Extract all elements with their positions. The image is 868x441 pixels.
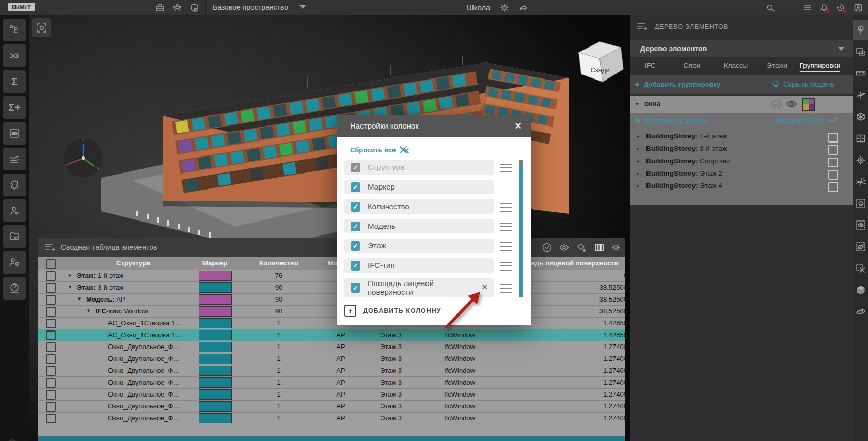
row-checkbox[interactable] xyxy=(46,414,56,423)
tab-groupings[interactable]: Группировки xyxy=(800,61,840,72)
expand-icon[interactable]: ▾ xyxy=(78,295,81,302)
2d-view-icon[interactable]: 2D xyxy=(3,122,26,145)
clip-plane-icon[interactable] xyxy=(853,85,868,105)
plugin-puzzle-icon[interactable] xyxy=(3,174,26,196)
tree-checkbox[interactable] xyxy=(828,158,838,167)
view-cube[interactable]: Сзади xyxy=(570,36,627,87)
row-checkbox[interactable] xyxy=(46,366,56,376)
drag-handle-icon[interactable] xyxy=(500,164,512,172)
select-elements-icon[interactable] xyxy=(541,242,553,253)
tab-floors[interactable]: Этажи xyxy=(767,61,787,69)
briefcase-icon[interactable] xyxy=(154,2,166,13)
drag-handle-icon[interactable] xyxy=(500,262,512,271)
marker-swatch[interactable] xyxy=(199,342,232,352)
list-icon[interactable] xyxy=(802,2,813,13)
bell-icon[interactable] xyxy=(818,2,830,13)
folder-transfer-icon[interactable] xyxy=(3,225,26,248)
marker-swatch[interactable] xyxy=(199,282,232,293)
tree-view-icon[interactable] xyxy=(853,20,868,40)
horizontal-scrollbar[interactable] xyxy=(38,436,625,441)
table-row[interactable]: ▾ Этаж: 3-й этаж 90 38.52500 xyxy=(38,281,625,294)
drag-handle-icon[interactable] xyxy=(500,203,512,212)
axis-gizmo[interactable]: z x y xyxy=(60,136,106,180)
tree-item[interactable]: ▸ BuildingStorey: 1-й этаж xyxy=(630,131,853,143)
expand-tree-button[interactable]: Развернуть дерево xyxy=(646,117,708,124)
modal-column-row[interactable]: ✓ Структура xyxy=(344,160,494,175)
history-icon[interactable] xyxy=(835,2,846,13)
drag-handle-icon[interactable] xyxy=(500,284,512,293)
section-box-icon[interactable] xyxy=(853,106,868,127)
show-selected-icon[interactable] xyxy=(853,215,868,235)
marker-swatch[interactable] xyxy=(199,330,232,340)
reset-all-button[interactable]: Сбросить всё xyxy=(350,146,412,154)
shield-check-icon[interactable] xyxy=(188,2,200,13)
row-checkbox[interactable] xyxy=(46,271,56,281)
expand-icon[interactable]: ▾ xyxy=(69,284,72,290)
expand-icon[interactable]: ▸ xyxy=(69,272,72,278)
close-icon[interactable]: × xyxy=(515,119,522,133)
row-checkbox[interactable] xyxy=(46,319,56,328)
user-icon[interactable] xyxy=(853,2,864,13)
floor-plan-icon[interactable] xyxy=(853,128,868,149)
share-icon[interactable] xyxy=(518,2,529,13)
columns-settings-icon[interactable] xyxy=(593,242,605,253)
gear-icon[interactable] xyxy=(499,2,510,13)
add-column-button[interactable]: + ДОБАВИТЬ КОЛОННУ xyxy=(344,305,441,317)
table-row[interactable]: Окно_Двупольное_Ф… 1 АР Этаж 3 IfcWindow… xyxy=(38,341,625,353)
hide-model-button[interactable]: Скрыть модель xyxy=(783,80,835,88)
drag-handle-icon[interactable] xyxy=(500,223,512,231)
modal-column-row[interactable]: ✓ IFC-тип xyxy=(344,258,494,273)
user-check-icon[interactable] xyxy=(3,199,26,222)
team-icon[interactable] xyxy=(171,2,183,13)
expand-icon[interactable]: ▸ xyxy=(637,133,639,139)
structure-tree-icon[interactable] xyxy=(3,19,26,41)
row-checkbox[interactable] xyxy=(46,390,56,400)
search-icon[interactable] xyxy=(765,2,776,13)
modal-column-row[interactable]: ✓ Модель xyxy=(344,219,494,233)
tree-checkbox[interactable] xyxy=(828,133,838,143)
chevron-down-icon[interactable] xyxy=(299,5,306,9)
group-select-icon[interactable] xyxy=(771,99,782,109)
hide-selected-icon[interactable] xyxy=(853,237,868,257)
row-checkbox[interactable] xyxy=(46,342,56,352)
marker-swatch[interactable] xyxy=(199,271,232,281)
expand-icon[interactable]: ▸ xyxy=(637,183,639,188)
table-row[interactable]: ▸ Этаж: 1-й этаж 76 0 xyxy=(38,270,625,282)
sigma-plus-icon[interactable]: Σ+ xyxy=(3,96,26,119)
tab-ifc[interactable]: IFC xyxy=(644,61,656,69)
group-row-okna[interactable]: ▾ окна xyxy=(630,96,853,113)
table-row[interactable]: ▾ IFC-тип: Window 90 38.52500 xyxy=(38,305,625,318)
marker-swatch[interactable] xyxy=(199,306,232,317)
col-structure[interactable]: Структура xyxy=(116,259,150,267)
row-checkbox[interactable] xyxy=(46,307,56,317)
row-checkbox[interactable] xyxy=(46,354,56,364)
selection-frames-icon[interactable] xyxy=(853,41,868,62)
modal-scrollbar[interactable] xyxy=(519,160,523,297)
checkbox-checked[interactable]: ✓ xyxy=(351,222,360,231)
col-quantity[interactable]: Количество xyxy=(259,259,298,267)
visibility-icon[interactable] xyxy=(558,242,570,253)
marker-swatch[interactable] xyxy=(199,413,232,423)
table-gear-icon[interactable] xyxy=(610,242,621,253)
tree-item[interactable]: ▸ BuildingStorey: 3-й этаж xyxy=(630,143,853,155)
drag-handle-icon[interactable] xyxy=(500,242,512,251)
select-all-checkbox[interactable] xyxy=(46,259,56,269)
checkbox-checked[interactable]: ✓ xyxy=(351,241,360,251)
table-row[interactable]: АС_Окно_1Створка:1… 1 АР Этаж 3 IfcWindo… xyxy=(38,317,625,329)
tab-classes[interactable]: Классы xyxy=(724,61,748,69)
sigma-icon[interactable]: Σ xyxy=(3,70,26,93)
marker-swatch[interactable] xyxy=(199,294,232,305)
gauge-icon[interactable] xyxy=(3,277,26,300)
panel-menu-icon[interactable] xyxy=(637,23,649,31)
add-grouping-button[interactable]: Добавить группировку xyxy=(644,81,721,88)
table-menu-icon[interactable] xyxy=(45,243,56,251)
select-all-button[interactable]: Выделить всё xyxy=(777,117,823,124)
col-marker[interactable]: Маркер xyxy=(202,259,227,267)
marker-swatch[interactable] xyxy=(199,389,232,400)
table-row[interactable]: Окно_Двупольное_Ф… 1 АР Этаж 3 IfcWindow… xyxy=(38,353,625,365)
row-checkbox[interactable] xyxy=(46,283,56,293)
focus-frame-icon[interactable] xyxy=(32,18,51,37)
table-row[interactable]: Окно_Двупольное_Ф… 1 АР Этаж 3 IfcWindow… xyxy=(38,388,625,401)
tree-item[interactable]: ▸ BuildingStorey: Этаж 4 xyxy=(630,180,853,193)
tree-item[interactable]: ▸ BuildingStorey: Этаж 2 xyxy=(630,168,853,180)
